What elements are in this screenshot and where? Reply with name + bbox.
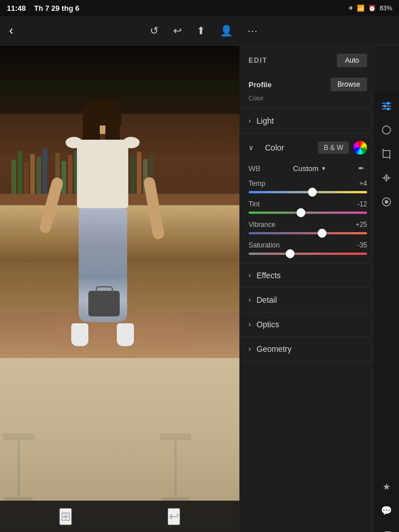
vibrance-value: +25 <box>356 221 367 229</box>
tag-icon-btn[interactable]: 🏷 <box>376 524 397 532</box>
saturation-value: -35 <box>357 241 367 249</box>
airplane-icon: ✈ <box>348 5 353 12</box>
temp-value: +4 <box>359 180 367 188</box>
chat-icon-btn[interactable]: 💬 <box>376 500 397 521</box>
icon-bar-bottom: ★ 💬 🏷 ℹ <box>376 476 397 532</box>
tint-label: Tint <box>249 200 260 208</box>
geometry-chevron-icon: › <box>249 345 251 353</box>
vibrance-slider-track[interactable] <box>249 232 367 234</box>
floor <box>0 358 239 501</box>
status-time-date: 11:48 Th 7 29 thg 6 <box>7 4 79 13</box>
grid-view-button[interactable]: ⊞ <box>59 508 72 525</box>
battery-icon: 83% <box>380 5 392 11</box>
eyedropper-button[interactable]: ✒ <box>358 164 365 173</box>
temp-slider-track[interactable] <box>249 191 367 193</box>
color-section-label: Color <box>265 143 284 152</box>
profile-title: Profile <box>249 80 271 89</box>
photo-bottom-bar: ⊞ ↩ <box>0 501 239 532</box>
vibrance-label: Vibrance <box>249 221 275 229</box>
svg-point-5 <box>386 108 389 111</box>
saturation-label: Saturation <box>249 241 280 249</box>
browse-button[interactable]: Browse <box>331 78 367 91</box>
edit-header: EDIT Auto <box>239 46 376 73</box>
profile-subtitle: Color <box>249 95 263 101</box>
more-button[interactable]: ⋯ <box>245 22 260 39</box>
saturation-slider-row: Saturation -35 <box>239 239 376 263</box>
bw-button[interactable]: B & W <box>318 141 349 154</box>
photo-area: ⊞ ↩ <box>0 46 239 532</box>
adjustments-icon-btn[interactable] <box>376 96 397 116</box>
redo-button[interactable]: ↺ <box>148 22 161 39</box>
optics-section-label: Optics <box>256 320 279 329</box>
svg-point-1 <box>386 102 389 105</box>
profile-section: Profile Browse Color <box>239 73 376 109</box>
effects-chevron-icon: › <box>249 271 251 279</box>
color-section-header[interactable]: ∨ Color B & W <box>239 133 376 160</box>
photo-undo-button[interactable]: ↩ <box>168 508 180 525</box>
effects-section-label: Effects <box>256 271 281 280</box>
top-toolbar: ‹ ↺ ↩ ⬆ 👤 ⋯ <box>0 16 399 46</box>
saturation-slider-thumb[interactable] <box>286 249 295 258</box>
wb-value: Custom <box>293 164 319 173</box>
back-button[interactable]: ‹ <box>7 21 15 40</box>
heal-tool-btn[interactable] <box>376 168 397 188</box>
star-icon-btn[interactable]: ★ <box>376 476 397 497</box>
temp-slider-header: Temp +4 <box>249 180 367 188</box>
circle-tool-btn[interactable] <box>376 120 397 140</box>
saturation-slider-header: Saturation -35 <box>249 241 367 249</box>
alarm-icon: ⏰ <box>368 5 376 12</box>
panel-spacer <box>239 362 376 532</box>
profile-row: Profile Browse <box>249 78 367 91</box>
tint-slider-row: Tint -12 <box>239 198 376 218</box>
vibrance-slider-thumb[interactable] <box>317 229 327 238</box>
svg-point-6 <box>382 126 390 134</box>
status-bar: 11:48 Th 7 29 thg 6 ✈ 📶 ⏰ 83% <box>0 0 399 16</box>
toolbar-center: ↺ ↩ ⬆ 👤 ⋯ <box>148 22 260 39</box>
light-chevron-icon: › <box>249 117 251 125</box>
mask-tool-btn[interactable] <box>376 192 397 212</box>
toolbar-left: ‹ <box>7 21 15 40</box>
svg-point-3 <box>383 105 386 108</box>
color-header-left: ∨ Color <box>249 143 284 152</box>
temp-label: Temp <box>249 180 265 188</box>
tint-slider-thumb[interactable] <box>296 208 306 217</box>
undo-button[interactable]: ↩ <box>171 22 184 39</box>
color-wheel-icon[interactable] <box>353 141 367 155</box>
icon-bar: ★ 💬 🏷 ℹ <box>373 91 399 532</box>
crop-tool-btn[interactable] <box>376 144 397 164</box>
effects-section-row[interactable]: › Effects <box>239 263 376 288</box>
svg-point-12 <box>385 200 388 204</box>
geometry-section-row[interactable]: › Geometry <box>239 337 376 362</box>
status-right: ✈ 📶 ⏰ 83% <box>348 5 392 12</box>
color-section: ∨ Color B & W WB Custom ▾ ✒ <box>239 133 376 263</box>
color-chevron-icon: ∨ <box>249 144 254 152</box>
detail-section-row[interactable]: › Detail <box>239 288 376 312</box>
vibrance-slider-header: Vibrance +25 <box>249 221 367 229</box>
plant-decor <box>0 80 239 108</box>
geometry-section-label: Geometry <box>256 344 291 354</box>
share-button[interactable]: ⬆ <box>194 22 207 39</box>
light-section-row[interactable]: › Light <box>239 109 376 133</box>
wb-label: WB <box>249 164 260 173</box>
wb-dropdown-icon[interactable]: ▾ <box>322 165 325 172</box>
optics-section-row[interactable]: › Optics <box>239 312 376 337</box>
optics-chevron-icon: › <box>249 320 251 328</box>
detail-chevron-icon: › <box>249 296 251 304</box>
tint-slider-track[interactable] <box>249 212 367 214</box>
temp-slider-thumb[interactable] <box>308 188 317 197</box>
main-layout: ⊞ ↩ EDIT Auto Profile Browse Color › Lig… <box>0 46 399 532</box>
edit-label: EDIT <box>249 56 267 64</box>
wb-value-row: Custom ▾ <box>293 164 325 173</box>
temp-slider-row: Temp +4 <box>239 177 376 198</box>
vibrance-slider-row: Vibrance +25 <box>239 218 376 239</box>
tint-value: -12 <box>357 200 367 208</box>
svg-rect-7 <box>383 151 390 157</box>
wifi-icon: 📶 <box>357 5 365 12</box>
bag <box>88 291 120 316</box>
color-header-right: B & W <box>318 141 367 155</box>
profile-button[interactable]: 👤 <box>218 22 235 39</box>
saturation-slider-track[interactable] <box>249 253 367 255</box>
detail-section-label: Detail <box>256 295 277 304</box>
auto-button[interactable]: Auto <box>337 54 367 67</box>
light-section-label: Light <box>256 116 274 125</box>
